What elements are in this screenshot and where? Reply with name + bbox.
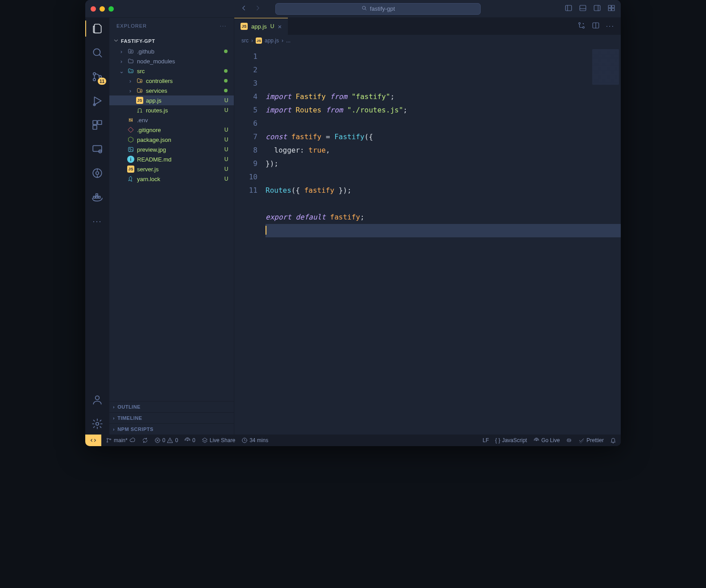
activity-docker[interactable] [91,191,104,203]
git-file-icon [127,126,134,133]
nav-back-icon[interactable] [240,4,248,14]
activity-extensions[interactable] [91,119,104,131]
code-line[interactable] [266,170,621,184]
tree-item-label: server.js [137,166,158,173]
line-number: 2 [234,63,257,77]
code-content[interactable]: import Fastify from "fastify";import Rou… [266,46,621,435]
compare-changes-icon[interactable] [577,21,586,31]
activity-search[interactable] [91,46,104,59]
code-line[interactable]: Routes({ fastify }); [266,184,621,197]
status-prettier[interactable]: Prettier [578,437,604,443]
code-line[interactable]: import Fastify from "fastify"; [266,90,621,104]
folder-row[interactable]: ›controllers [109,76,234,86]
breadcrumb-item[interactable]: ... [286,37,291,44]
file-row[interactable]: JSserver.jsU [109,164,234,174]
status-notifications[interactable] [610,437,616,443]
line-number: 8 [234,144,257,157]
svg-rect-2 [580,5,586,11]
code-line[interactable] [266,117,621,130]
folder-row[interactable]: ›node_modules [109,56,234,66]
git-status-untracked: U [222,107,230,113]
tab-close-icon[interactable]: × [278,23,282,30]
code-line[interactable]: }); [266,157,621,170]
git-status-dot [224,50,228,53]
folder-row[interactable]: ›services [109,86,234,95]
close-window-button[interactable] [91,6,96,12]
workspace-folder-name: FASTIFY-GPT [121,38,155,44]
svg-point-0 [362,6,365,9]
code-line[interactable]: logger: true, [266,144,621,157]
command-center[interactable]: fastify-gpt [275,3,481,15]
activity-run-debug[interactable] [91,95,104,107]
sidebar-panel-timeline[interactable]: ›TIMELINE [109,412,234,423]
svg-rect-7 [612,8,615,10]
sidebar-panel-npm-scripts[interactable]: ›NPM SCRIPTS [109,423,234,435]
code-line[interactable] [266,197,621,211]
status-language[interactable]: { } JavaScript [495,437,527,443]
status-go-live[interactable]: Go Live [533,437,560,443]
status-problems[interactable]: 0 0 [154,437,178,443]
sidebar-panel-outline[interactable]: ›OUTLINE [109,401,234,412]
folder-icon [127,58,134,65]
breadcrumb-item[interactable]: app.js [265,37,279,44]
status-eol[interactable]: LF [483,437,489,443]
status-copilot[interactable] [566,437,572,443]
remote-window-button[interactable] [85,435,101,446]
code-line[interactable]: import Routes from "./routes.js"; [266,104,621,117]
breadcrumbs[interactable]: src › JS app.js › ... [234,35,621,46]
folder-row[interactable]: ›.github [109,46,234,56]
file-row[interactable]: preview.jpgU [109,145,234,154]
tab-app-js[interactable]: JS app.js U × [234,18,288,35]
layout-panel-icon[interactable] [579,4,587,14]
activity-overflow[interactable]: ··· [91,215,104,228]
tree-item-label: controllers [146,78,173,84]
image-file-icon [127,146,134,153]
sidebar-more-icon[interactable]: ··· [220,23,227,29]
code-line[interactable] [266,224,621,237]
workspace-folder-header[interactable]: FASTIFY-GPT [109,36,234,46]
file-row[interactable]: JSapp.jsU [109,95,234,105]
activity-source-control[interactable]: 11 [91,70,104,83]
titlebar: fastify-gpt [85,0,621,18]
activity-remote-explorer[interactable] [91,143,104,155]
editor-more-icon[interactable]: ··· [606,22,615,30]
activity-gitlens[interactable] [91,167,104,179]
svg-point-32 [582,27,584,29]
file-row[interactable]: yarn.lockU [109,174,234,184]
activity-explorer[interactable] [91,22,104,35]
editor-body[interactable]: 1234567891011 import Fastify from "fasti… [234,46,621,435]
file-row[interactable]: .env [109,115,234,125]
file-row[interactable]: iREADME.mdU [109,154,234,164]
folder-row[interactable]: ⌄src [109,66,234,76]
layout-sidebar-right-icon[interactable] [593,4,601,14]
code-line[interactable]: export default fastify; [266,211,621,224]
vscode-window: fastify-gpt 11 [85,0,621,446]
code-line[interactable]: const fastify = Fastify({ [266,130,621,144]
status-wakatime[interactable]: 34 mins [241,437,268,443]
activity-settings[interactable] [91,418,104,430]
breadcrumb-item[interactable]: src [241,37,249,44]
file-row[interactable]: package.jsonU [109,135,234,145]
split-editor-icon[interactable] [592,21,600,31]
sidebar-header: EXPLORER ··· [109,18,234,34]
panel-label: NPM SCRIPTS [117,427,154,432]
file-row[interactable]: .gitignoreU [109,125,234,135]
status-live-share[interactable]: Live Share [202,437,235,443]
svg-point-30 [129,149,130,149]
status-ports[interactable]: 0 [184,437,195,443]
customize-layout-icon[interactable] [607,4,615,14]
status-sync[interactable] [142,437,148,443]
chevron-right-icon: › [127,87,133,94]
status-branch[interactable]: main* [106,437,136,443]
minimize-window-button[interactable] [100,6,105,12]
maximize-window-button[interactable] [108,6,114,12]
activity-accounts[interactable] [91,393,104,406]
file-row[interactable]: routes.jsU [109,105,234,115]
github-folder-icon [127,48,134,55]
tree-item-label: .github [137,48,154,55]
svg-point-43 [569,440,570,440]
nav-forward-icon[interactable] [254,4,262,14]
tree-item-label: README.md [137,156,171,163]
layout-sidebar-left-icon[interactable] [565,4,573,14]
minimap[interactable] [592,49,619,85]
